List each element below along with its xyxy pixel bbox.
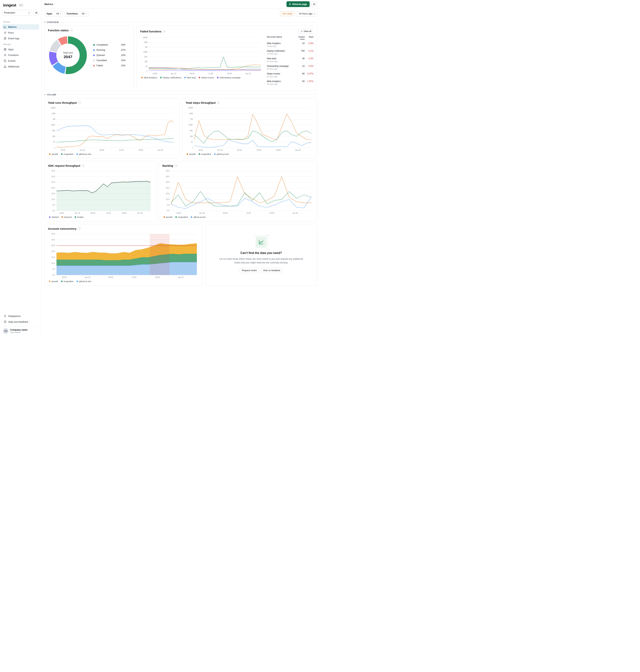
sidebar-item-label: Event logs — [8, 37, 19, 40]
svg-text:30 K: 30 K — [51, 239, 55, 241]
events-icon — [4, 59, 6, 62]
apps-filter[interactable]: Apps All▾ — [44, 11, 63, 16]
svg-text:10 K: 10 K — [51, 262, 55, 264]
chart-legend: Web Analytics Deploy notifications New l… — [140, 76, 263, 79]
legend-item: Failed10% — [93, 64, 126, 67]
view-all-button[interactable]: ↗ View all — [299, 29, 314, 34]
sidebar-item-apps[interactable]: Apps — [2, 47, 39, 52]
sidebar: inngest ⌘ K Production Monitor Metrics R… — [0, 0, 42, 336]
svg-text:1: 1 — [192, 147, 193, 149]
failed-functions-card: Failed functions ? ↗ View all 11010010K1… — [137, 26, 317, 91]
sidebar-item-events[interactable]: Events — [2, 58, 39, 63]
info-icon[interactable]: ? — [217, 101, 220, 104]
svg-text:1M: 1M — [145, 46, 147, 48]
svg-text:5 K: 5 K — [53, 204, 55, 206]
table-row[interactable]: Onboarding campaign22 mins ago 10 0.5% — [267, 65, 314, 70]
collapse-caret-icon: ▾ — [44, 21, 46, 23]
svg-text:Jun 19: Jun 19 — [79, 149, 85, 151]
account-concurrency-card: Account concurrency ? 0 K5 K10 K15 K20 K… — [44, 224, 203, 286]
table-row[interactable]: Web Analytics35 mins ago 50 1.67% — [267, 80, 314, 85]
legend-item: growth — [49, 280, 58, 283]
time-range-select[interactable]: 24 hours ago ▾ — [297, 11, 317, 16]
svg-text:18:00: 18:00 — [62, 276, 67, 278]
svg-text:12:00: 12:00 — [257, 149, 261, 151]
environment-filter-button[interactable] — [33, 10, 39, 16]
info-icon[interactable]: ? — [78, 227, 81, 230]
delay-badge: 15m delay — [280, 11, 295, 16]
svg-text:18:00: 18:00 — [122, 212, 127, 214]
svg-text:06:00: 06:00 — [108, 276, 113, 278]
total-steps-throughput-card: Total steps throughput ? 11010010K100K1M… — [182, 98, 317, 158]
legend-item: Deploy notifications — [160, 76, 181, 79]
info-icon[interactable]: ? — [78, 101, 81, 104]
sidebar-item-event-logs[interactable]: Event logs — [2, 36, 39, 41]
table-row[interactable]: Web Analytics5 mins ago 10 0.5% — [267, 42, 314, 47]
legend-item: Queued15% — [93, 54, 126, 57]
promo-body: Let our team know which charts are most … — [218, 257, 305, 264]
sidebar-item-functions[interactable]: Functions — [2, 53, 39, 58]
settings-gear-button[interactable]: ⚙ — [311, 1, 317, 7]
svg-text:Jun 19: Jun 19 — [74, 212, 80, 214]
command-k-shortcut[interactable]: ⌘ K — [18, 4, 24, 7]
svg-text:12:00: 12:00 — [246, 212, 251, 214]
account-concurrency-chart: 0 K5 K10 K15 K20 K25 K30 K35 K18:00Jun 1… — [48, 232, 199, 279]
legend-item: Running47% — [93, 49, 126, 51]
sidebar-item-runs[interactable]: Runs — [2, 30, 39, 35]
table-row[interactable]: New lead20 mins ago 40 0.3% — [267, 57, 314, 62]
webhooks-icon — [4, 65, 6, 68]
svg-text:20 K: 20 K — [51, 251, 55, 253]
collapse-caret-icon: ▾ — [44, 94, 46, 96]
svg-text:10 K: 10 K — [166, 198, 170, 200]
svg-text:100K: 100K — [189, 124, 193, 126]
card-title: Backlog — [162, 164, 173, 167]
svg-text:18:00: 18:00 — [176, 212, 181, 214]
section-header-volume[interactable]: ▾ VOLUME — [44, 94, 317, 96]
chart-legend: growth inngestbot github-pr-bot — [162, 216, 314, 218]
card-title: Account concurrency — [48, 227, 76, 230]
inngest-logo: inngest — [3, 3, 16, 8]
backlog-chart: 0 K5 K10 K15 K20 K25 K30 K35 K18:00Jun 1… — [162, 169, 314, 214]
backlog-card: Backlog ? 0 K5 K10 K15 K20 K25 K30 K35 K… — [159, 161, 317, 221]
table-row[interactable]: Deploy notification10 mins ago 700 0.1% — [267, 49, 314, 55]
legend-item: inngestbot — [61, 153, 74, 155]
legend-item: github-pr-bot — [191, 216, 205, 218]
chart-legend: growth inngestbot github-pr-bot — [186, 153, 314, 155]
info-icon[interactable]: ? — [70, 29, 73, 32]
sidebar-item-integrations[interactable]: Integrations — [2, 313, 39, 319]
section-header-overview[interactable]: ▾ OVERVIEW — [44, 21, 317, 23]
info-icon[interactable]: ? — [82, 164, 85, 167]
svg-text:18:00: 18:00 — [276, 149, 281, 151]
svg-text:100K: 100K — [51, 124, 55, 126]
legend-item: Completed24% — [93, 44, 126, 46]
sidebar-item-help-feedback[interactable]: Help and feedback — [2, 319, 39, 325]
legend-item: Started — [49, 216, 59, 218]
svg-text:10 K: 10 K — [51, 198, 55, 200]
request-charts-button[interactable]: Request charts — [239, 268, 259, 273]
refresh-page-button[interactable]: ⟳ Refresh page — [287, 1, 310, 7]
svg-text:12:00: 12:00 — [132, 276, 136, 278]
svg-text:Jun 20: Jun 20 — [292, 212, 298, 214]
info-icon[interactable]: ? — [163, 30, 166, 33]
legend-item: growth — [163, 216, 173, 218]
company-name: Company name — [10, 329, 27, 331]
legend-item: Ended — [75, 216, 83, 218]
legend-item: github-pr-bot — [76, 280, 91, 283]
svg-text:100: 100 — [52, 135, 55, 138]
chevron-down-icon: ▾ — [60, 13, 61, 15]
sidebar-item-metrics[interactable]: Metrics — [2, 24, 39, 30]
info-icon[interactable]: ? — [175, 164, 177, 167]
account-menu[interactable]: CN Company name User name — [2, 326, 39, 334]
chart-line-icon — [4, 26, 6, 28]
give-feedback-button[interactable]: Give us feedback — [261, 268, 282, 273]
nav-heading-manage: Manage — [2, 42, 39, 46]
chart-legend: growth inngestbot github-pr-bot — [48, 153, 176, 155]
sidebar-item-webhooks[interactable]: Webhooks — [2, 64, 39, 69]
environment-select[interactable]: Production — [2, 10, 32, 16]
table-row[interactable]: Stripe invoice25 mins ago 60 0.07% — [267, 72, 314, 77]
app-window: inngest ⌘ K Production Monitor Metrics R… — [0, 0, 320, 336]
functions-filter[interactable]: Functions All▾ — [64, 11, 88, 16]
top-bar: Metrics ⟳ Refresh page ⚙ — [42, 0, 320, 9]
svg-text:1M: 1M — [190, 118, 193, 120]
svg-text:Jun 19: Jun 19 — [171, 73, 176, 75]
sdk-request-throughput-card: SDK request throughput ? 0 K5 K10 K15 K2… — [44, 161, 156, 221]
